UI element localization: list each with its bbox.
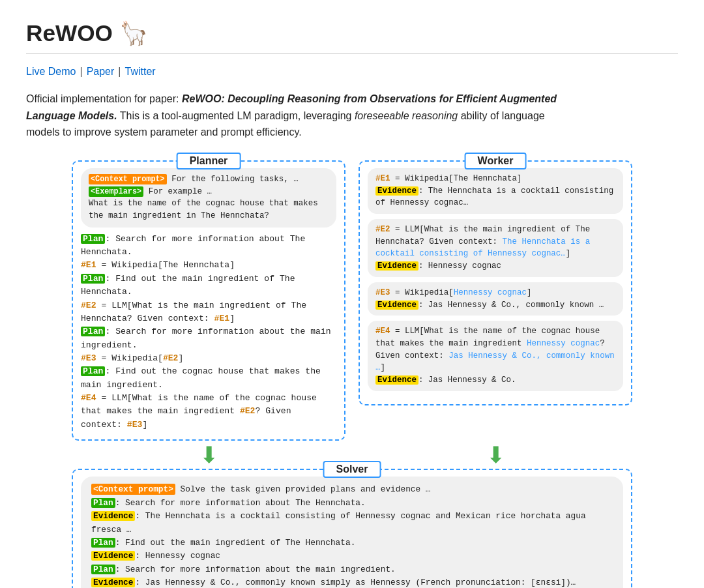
llama-emoji: 🦙 [119,20,148,47]
e2-inline: #E2 [163,353,179,363]
nav-sep-2: | [118,66,121,78]
solver-context-tag: <Context prompt> [91,484,175,495]
worker-item-1: #E1 = Wikipedia[The Hennchata] Evidence:… [368,168,623,214]
plan-4-label: Plan [81,366,105,376]
live-demo-link[interactable]: Live Demo [26,66,76,78]
w1-e1: #E1 [375,174,390,183]
e3-ref: #E3 [81,353,96,363]
solver-ev3-label: Evidence [91,578,135,587]
worker-arrow: ⬇ [359,443,632,466]
planner-plan-lines: Plan: Search for more information about … [81,233,336,432]
e1-inline: #E1 [214,314,230,323]
w3-e3: #E3 [375,288,390,297]
diagram: Planner <Context prompt> For the followi… [26,160,678,588]
solver-plan1: Plan: Search for more information about … [91,497,613,510]
e2-inline2: #E2 [240,406,256,416]
solver-plan2-label: Plan [91,538,115,548]
planner-arrow: ⬇ [72,443,345,466]
plan-1-label: Plan [81,234,105,244]
solver-ev2-label: Evidence [91,551,135,561]
worker-label: Worker [465,153,527,169]
page-title: ReWOO 🦙 [26,20,678,47]
solver-ev1: Evidence: The Hennchata is a cocktail co… [91,510,613,537]
e4-ref: #E4 [81,393,96,403]
worker-item-3: #E3 = Wikipedia[Hennessy cognac] Evidenc… [368,282,623,316]
e3-inline: #E3 [127,420,143,430]
w4-evidence-label: Evidence [375,375,418,385]
w2-e2: #E2 [375,225,390,234]
worker-item-4: #E4 = LLM[What is the name of the cognac… [368,321,623,391]
planner-box: Planner <Context prompt> For the followi… [72,160,345,441]
exemplars-tag: <Exemplars> [89,186,143,197]
nav-sep-1: | [80,66,82,78]
solver-row: Solver <Context prompt> Solve the task g… [26,469,678,588]
context-prompt-tag: <Context prompt> [89,174,167,184]
header-divider [26,53,678,54]
w2-context-text: The Hennchata is a cocktail consisting o… [375,237,590,259]
solver-ev3: Evidence: Jas Hennessy & Co., commonly k… [91,576,613,588]
intro-text: Official implementation for paper: ReWOO… [26,91,561,141]
solver-plan1-label: Plan [91,498,115,508]
plan-2-label: Plan [81,274,105,284]
solver-box: Solver <Context prompt> Solve the task g… [72,469,632,588]
paper-link[interactable]: Paper [87,66,115,78]
e2-ref-a: #E2 [81,301,96,310]
solver-inner: <Context prompt> Solve the task given pr… [81,477,623,588]
w4-e4: #E4 [375,327,390,336]
planner-inner-prompt: <Context prompt> For the following tasks… [81,168,336,228]
w3-evidence-label: Evidence [375,301,418,310]
solver-plan3: Plan: Search for more information about … [91,563,613,576]
w4-context-inline: Jas Hennessy & Co., commonly known … [375,351,615,373]
plan-3-label: Plan [81,327,105,336]
w4-hennessy-inline: Hennessy cognac [527,339,600,348]
planner-label: Planner [177,153,241,169]
twitter-link[interactable]: Twitter [125,66,156,78]
solver-ev2: Evidence: Hennessy cognac [91,550,613,563]
w1-evidence-label: Evidence [375,186,418,196]
solver-plan3-label: Plan [91,565,115,574]
solver-context-line: <Context prompt> Solve the task given pr… [91,483,613,496]
page-container: ReWOO 🦙 Live Demo | Paper | Twitter Offi… [26,20,678,588]
diagram-top-row: Planner <Context prompt> For the followi… [26,160,678,441]
e1-ref: #E1 [81,260,96,270]
title-text: ReWOO [26,20,113,46]
worker-item-2: #E2 = LLM[What is the main ingredient of… [368,219,623,277]
solver-plan2: Plan: Find out the main ingredient of Th… [91,537,613,550]
w3-hennessy-ref: Hennessy cognac [454,288,527,297]
nav-links: Live Demo | Paper | Twitter [26,66,678,78]
solver-label: Solver [323,461,381,478]
worker-box: Worker #E1 = Wikipedia[The Hennchata] Ev… [359,160,632,405]
solver-ev1-label: Evidence [91,511,135,521]
w2-evidence-label: Evidence [375,261,418,271]
